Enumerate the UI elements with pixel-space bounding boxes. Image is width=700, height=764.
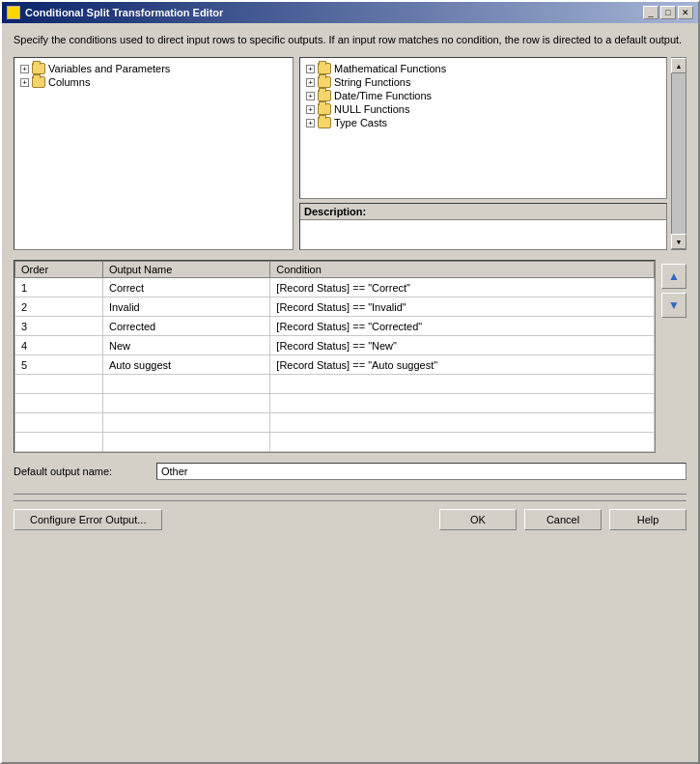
tree-item-variables[interactable]: + Variables and Parameters [18, 62, 289, 75]
folder-icon-columns [32, 76, 45, 88]
table-row-empty [15, 413, 655, 433]
table-cell-empty [270, 375, 655, 394]
description-value [300, 220, 666, 249]
tree-item-null[interactable]: + NULL Functions [304, 102, 662, 116]
dialog-description: Specify the conditions used to direct in… [14, 33, 686, 47]
maximize-button[interactable]: □ [660, 6, 676, 19]
table-row-empty [15, 433, 655, 452]
cancel-button[interactable]: Cancel [524, 509, 602, 530]
title-buttons: _ □ ✕ [643, 6, 693, 19]
right-scrollbar[interactable]: ▲ ▼ [671, 57, 686, 250]
folder-icon-string [318, 76, 331, 88]
table-row[interactable]: 1Correct[Record Status] == "Correct" [15, 278, 655, 297]
help-button[interactable]: Help [609, 509, 686, 530]
move-down-button[interactable]: ▼ [661, 293, 686, 318]
expand-datetime[interactable]: + [306, 92, 315, 100]
folder-icon-typecasts [318, 117, 331, 128]
title-bar-left: Conditional Split Transformation Editor [7, 6, 223, 19]
table-row-empty [15, 375, 655, 394]
expand-null[interactable]: + [306, 105, 315, 114]
table-cell-condition: [Record Status] == "Auto suggest" [270, 355, 655, 375]
scroll-down-button[interactable]: ▼ [671, 234, 686, 249]
tree-item-math[interactable]: + Mathematical Functions [304, 62, 662, 75]
table-cell-empty [102, 433, 269, 452]
conditions-table: Order Output Name Condition 1Correct[Rec… [14, 261, 655, 452]
folder-icon-null [318, 103, 331, 115]
table-row[interactable]: 5Auto suggest[Record Status] == "Auto su… [15, 355, 655, 375]
table-row-empty [15, 394, 655, 413]
table-cell-order: 1 [15, 278, 103, 297]
expand-variables[interactable]: + [20, 65, 29, 73]
table-cell-empty [270, 394, 655, 413]
window-title: Conditional Split Transformation Editor [25, 7, 223, 18]
move-up-button[interactable]: ▲ [661, 264, 686, 289]
tree-item-datetime[interactable]: + Date/Time Functions [304, 89, 662, 102]
main-window: Conditional Split Transformation Editor … [0, 0, 700, 764]
dialog-content: Specify the conditions used to direct in… [2, 23, 698, 544]
col-header-name: Output Name [102, 262, 269, 278]
right-panel-container: + Mathematical Functions + String Functi… [299, 57, 686, 250]
table-cell-name: Invalid [102, 297, 269, 317]
scrollbar-track[interactable] [672, 73, 686, 234]
tree-label-null: NULL Functions [334, 103, 409, 115]
panels-row: + Variables and Parameters + Columns + [14, 57, 686, 250]
tree-label-variables: Variables and Parameters [48, 63, 170, 74]
table-arrows: ▲ ▼ [661, 260, 686, 453]
folder-icon-datetime [318, 90, 331, 101]
expand-columns[interactable]: + [20, 78, 29, 87]
table-cell-name: Corrected [102, 317, 269, 336]
col-header-order: Order [15, 262, 103, 278]
window-icon [7, 6, 20, 19]
table-cell-empty [102, 375, 269, 394]
table-cell-order: 5 [15, 355, 103, 375]
minimize-button[interactable]: _ [643, 6, 658, 19]
scroll-up-button[interactable]: ▲ [671, 58, 686, 73]
table-row[interactable]: 4New[Record Status] == "New" [15, 336, 655, 355]
table-cell-order: 3 [15, 317, 103, 336]
table-cell-name: Auto suggest [102, 355, 269, 375]
default-output-label: Default output name: [14, 466, 149, 477]
folder-icon-math [318, 63, 331, 74]
tree-item-string[interactable]: + String Functions [304, 75, 662, 89]
right-buttons: OK Cancel Help [439, 509, 686, 530]
tree-label-datetime: Date/Time Functions [334, 90, 432, 101]
table-cell-condition: [Record Status] == "Invalid" [270, 297, 655, 317]
table-cell-empty [15, 433, 103, 452]
expand-string[interactable]: + [306, 78, 315, 87]
table-cell-name: Correct [102, 278, 269, 297]
table-cell-empty [102, 394, 269, 413]
conditions-table-section: Order Output Name Condition 1Correct[Rec… [14, 260, 686, 453]
expand-math[interactable]: + [306, 65, 315, 73]
right-tree-panel[interactable]: + Mathematical Functions + String Functi… [299, 57, 667, 199]
table-row[interactable]: 3Corrected[Record Status] == "Corrected" [15, 317, 655, 336]
table-cell-empty [15, 394, 103, 413]
table-cell-condition: [Record Status] == "Correct" [270, 278, 655, 297]
tree-label-typecasts: Type Casts [334, 117, 387, 128]
table-cell-name: New [102, 336, 269, 355]
conditions-table-container: Order Output Name Condition 1Correct[Rec… [14, 260, 656, 453]
table-cell-empty [15, 375, 103, 394]
table-row[interactable]: 2Invalid[Record Status] == "Invalid" [15, 297, 655, 317]
ok-button[interactable]: OK [439, 509, 517, 530]
folder-icon-variables [32, 63, 45, 74]
default-output-input[interactable] [156, 463, 686, 480]
table-cell-empty [102, 413, 269, 433]
title-bar: Conditional Split Transformation Editor … [2, 2, 698, 23]
configure-error-button[interactable]: Configure Error Output... [14, 509, 162, 530]
close-button[interactable]: ✕ [678, 6, 693, 19]
tree-label-math: Mathematical Functions [334, 63, 446, 74]
description-panel: Description: [299, 203, 667, 250]
table-cell-order: 4 [15, 336, 103, 355]
table-cell-empty [270, 413, 655, 433]
button-row: Configure Error Output... OK Cancel Help [14, 500, 686, 534]
left-tree-panel[interactable]: + Variables and Parameters + Columns [14, 57, 294, 250]
table-cell-order: 2 [15, 297, 103, 317]
expand-typecasts[interactable]: + [306, 119, 315, 127]
table-cell-condition: [Record Status] == "New" [270, 336, 655, 355]
tree-item-typecasts[interactable]: + Type Casts [304, 116, 662, 129]
separator [14, 494, 686, 495]
tree-item-columns[interactable]: + Columns [18, 75, 289, 89]
table-cell-condition: [Record Status] == "Corrected" [270, 317, 655, 336]
tree-label-string: String Functions [334, 76, 410, 88]
table-cell-empty [270, 433, 655, 452]
